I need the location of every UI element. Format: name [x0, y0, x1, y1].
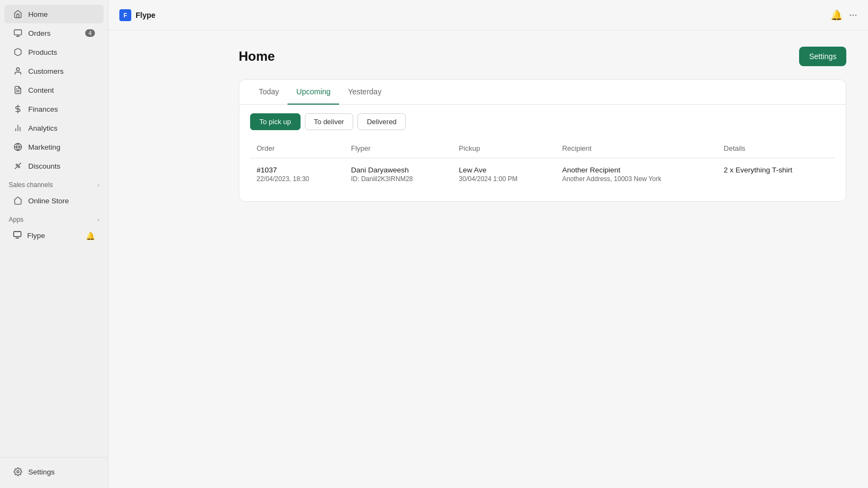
- topbar-actions: 🔔 ···: [831, 9, 857, 21]
- order-cell: #1037 22/04/2023, 18:30: [250, 158, 344, 191]
- notification-icon[interactable]: 🔔: [831, 9, 843, 21]
- settings-icon: [13, 467, 23, 477]
- content-icon: [13, 85, 23, 95]
- discounts-icon: [13, 161, 23, 171]
- pickup-address: Lew Ave: [459, 166, 549, 174]
- filter-to-deliver[interactable]: To deliver: [305, 113, 354, 130]
- apps-section: Apps ›: [0, 210, 108, 226]
- sidebar-item-label: Products: [28, 48, 57, 56]
- analytics-icon: [13, 123, 23, 133]
- recipient-address: Another Address, 10003 New York: [562, 175, 711, 183]
- svg-rect-15: [14, 232, 21, 236]
- sidebar-item-label: Content: [28, 86, 54, 94]
- sidebar-item-orders[interactable]: Orders 4: [4, 24, 104, 42]
- flyper-id: ID: Daniil2K3IRNM28: [351, 175, 446, 183]
- svg-line-14: [15, 163, 21, 169]
- svg-point-13: [18, 166, 20, 168]
- svg-point-3: [16, 68, 19, 70]
- order-date: 22/04/2023, 18:30: [257, 175, 338, 183]
- topbar-title: Flype: [136, 11, 156, 20]
- flyper-cell: Dani Daryaweesh ID: Daniil2K3IRNM28: [344, 158, 452, 191]
- sales-channels-section: Sales channels ›: [0, 176, 108, 191]
- svg-point-17: [17, 471, 19, 473]
- sidebar-item-analytics[interactable]: Analytics: [4, 119, 104, 137]
- tab-upcoming[interactable]: Upcoming: [288, 80, 339, 105]
- sidebar-item-finances[interactable]: Finances: [4, 100, 104, 118]
- flype-app-icon: [13, 230, 22, 241]
- col-flyper: Flyper: [344, 139, 452, 158]
- tab-yesterday[interactable]: Yesterday: [339, 80, 390, 105]
- main-content: Home Settings Today Upcoming Yesterday T…: [217, 30, 868, 488]
- sidebar-item-label: Finances: [28, 105, 58, 113]
- sidebar-item-label: Marketing: [28, 143, 60, 151]
- sidebar-item-marketing[interactable]: Marketing: [4, 138, 104, 156]
- recipient-cell: Another Recipient Another Address, 10003…: [556, 158, 717, 191]
- orders-table: Order Flyper Pickup Recipient Details #1…: [250, 139, 835, 190]
- details-cell: 2 x Everything T-shirt: [717, 158, 835, 191]
- sidebar-item-label: Discounts: [28, 162, 60, 170]
- topbar-logo: F: [119, 9, 131, 21]
- pickup-datetime: 30/04/2024 1:00 PM: [459, 175, 549, 183]
- orders-table-container: Order Flyper Pickup Recipient Details #1…: [239, 139, 846, 201]
- chevron-icon: ›: [98, 182, 99, 188]
- app-item-label: Flype: [27, 232, 45, 240]
- orders-card: Today Upcoming Yesterday To pick up To d…: [239, 79, 846, 202]
- marketing-icon: [13, 142, 23, 152]
- settings-button[interactable]: Settings: [799, 47, 846, 66]
- home-icon: [13, 9, 23, 19]
- filter-delivered[interactable]: Delivered: [358, 113, 406, 130]
- customers-icon: [13, 66, 23, 76]
- sidebar-item-label: Online Store: [28, 197, 69, 205]
- more-options-icon[interactable]: ···: [849, 9, 857, 21]
- store-icon: [13, 196, 23, 206]
- sidebar-item-discounts[interactable]: Discounts: [4, 157, 104, 175]
- orders-badge: 4: [85, 29, 95, 37]
- products-icon: [13, 47, 23, 57]
- finances-icon: [13, 104, 23, 114]
- svg-point-12: [16, 164, 18, 166]
- sidebar-item-online-store[interactable]: Online Store: [4, 191, 104, 210]
- sidebar-item-label: Home: [28, 10, 48, 18]
- filter-bar: To pick up To deliver Delivered: [239, 105, 846, 139]
- sidebar-item-home[interactable]: Home: [4, 5, 104, 23]
- order-details: 2 x Everything T-shirt: [724, 166, 828, 174]
- sidebar-item-products[interactable]: Products: [4, 43, 104, 61]
- tab-today[interactable]: Today: [250, 80, 288, 105]
- col-pickup: Pickup: [452, 139, 556, 158]
- sidebar-item-content[interactable]: Content: [4, 81, 104, 99]
- topbar: F Flype 🔔 ···: [108, 0, 868, 30]
- flyper-name: Dani Daryaweesh: [351, 166, 446, 174]
- sidebar-item-flype[interactable]: Flype 🔔: [4, 226, 104, 245]
- col-order: Order: [250, 139, 344, 158]
- sidebar-item-label: Orders: [28, 29, 50, 37]
- table-row[interactable]: #1037 22/04/2023, 18:30 Dani Daryaweesh …: [250, 158, 835, 191]
- filter-to-pick-up[interactable]: To pick up: [250, 113, 301, 130]
- col-details: Details: [717, 139, 835, 158]
- svg-rect-0: [14, 30, 21, 35]
- sidebar-item-label: Settings: [28, 468, 55, 476]
- order-id: #1037: [257, 166, 338, 174]
- topbar-brand: F Flype: [119, 9, 156, 21]
- col-recipient: Recipient: [556, 139, 717, 158]
- sidebar-item-settings[interactable]: Settings: [4, 463, 104, 481]
- sidebar-item-customers[interactable]: Customers: [4, 62, 104, 80]
- bell-icon: 🔔: [86, 232, 95, 240]
- table-header-row: Order Flyper Pickup Recipient Details: [250, 139, 835, 158]
- tabs-bar: Today Upcoming Yesterday: [239, 80, 846, 105]
- pickup-cell: Lew Ave 30/04/2024 1:00 PM: [452, 158, 556, 191]
- sidebar: Home Orders 4 Products: [0, 0, 108, 488]
- chevron-icon: ›: [98, 217, 99, 223]
- page-title: Home: [239, 49, 275, 64]
- orders-icon: [13, 28, 23, 38]
- page-header: Home Settings: [239, 47, 846, 66]
- sidebar-item-label: Analytics: [28, 124, 58, 132]
- recipient-name: Another Recipient: [562, 166, 711, 174]
- sidebar-item-label: Customers: [28, 67, 63, 75]
